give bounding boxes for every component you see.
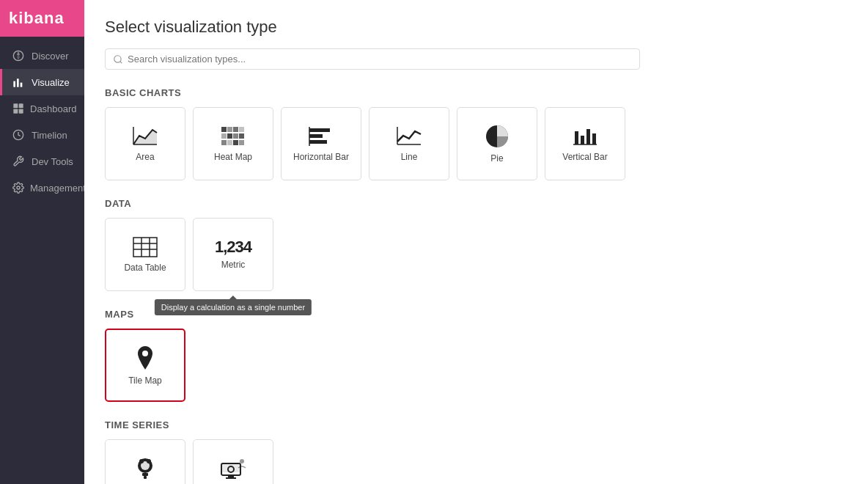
svg-point-12 (114, 55, 121, 62)
sidebar-item-devtools[interactable]: Dev Tools (0, 148, 84, 175)
viz-card-line[interactable]: Line (369, 107, 449, 180)
sidebar-logo: kibana (0, 0, 84, 37)
pie-label: Pie (490, 153, 503, 164)
svg-rect-7 (19, 103, 23, 108)
svg-rect-31 (309, 140, 327, 144)
svg-rect-36 (575, 131, 578, 144)
pie-chart-icon (485, 124, 510, 149)
viz-card-pie[interactable]: Pie (457, 107, 537, 180)
section-data-label: Data (105, 198, 847, 209)
svg-point-51 (139, 459, 144, 463)
svg-rect-4 (17, 78, 19, 87)
area-chart-icon (132, 125, 158, 147)
svg-rect-19 (233, 127, 238, 132)
svg-rect-8 (13, 109, 18, 114)
visual-builder-icon (220, 458, 246, 480)
sidebar: kibana Discover Visualize Dashboard Time… (0, 0, 84, 484)
svg-rect-58 (226, 477, 236, 479)
viz-card-tile-map[interactable]: Tile Map (105, 329, 185, 402)
data-grid: Data Table 1,234 Metric Display a calcul… (105, 218, 847, 291)
svg-rect-6 (13, 103, 18, 108)
area-label: Area (136, 152, 154, 162)
svg-rect-24 (239, 133, 244, 139)
sidebar-item-dashboard[interactable]: Dashboard (0, 95, 84, 122)
wrench-icon (12, 155, 26, 167)
viz-card-area[interactable]: Area (105, 107, 185, 180)
svg-rect-22 (227, 133, 232, 139)
sidebar-visualize-label: Visualize (32, 77, 70, 88)
svg-rect-21 (221, 133, 227, 139)
svg-rect-57 (228, 475, 234, 477)
svg-point-53 (240, 459, 244, 463)
svg-rect-38 (586, 129, 590, 144)
sidebar-management-label: Management (30, 183, 86, 194)
svg-rect-28 (239, 140, 244, 145)
search-icon (113, 54, 123, 65)
sidebar-item-timelion[interactable]: Timelion (0, 122, 84, 148)
search-bar-container (105, 48, 640, 70)
viz-card-vertical-bar[interactable]: Vertical Bar (545, 107, 625, 180)
svg-marker-1 (17, 51, 20, 56)
section-time-series-label: Time Series (105, 419, 847, 430)
svg-rect-39 (592, 133, 596, 144)
svg-rect-23 (233, 133, 238, 139)
section-basic-charts-label: Basic Charts (105, 87, 847, 98)
data-table-label: Data Table (124, 263, 166, 273)
bar-chart-icon (12, 76, 26, 88)
viz-card-data-table[interactable]: Data Table (105, 218, 185, 291)
heat-map-label: Heat Map (214, 152, 252, 162)
line-chart-icon (396, 125, 422, 147)
svg-rect-27 (233, 140, 238, 145)
clock-icon (12, 129, 26, 141)
data-table-icon (132, 236, 158, 258)
metric-icon: 1,234 (215, 239, 251, 255)
horizontal-bar-label: Horizontal Bar (293, 152, 349, 162)
metric-label: Metric (221, 260, 246, 270)
svg-rect-20 (239, 127, 244, 132)
svg-rect-3 (13, 81, 15, 87)
svg-marker-2 (17, 56, 20, 61)
viz-card-visual-builder[interactable]: Visual Builder (193, 439, 273, 484)
viz-card-timelion[interactable]: Timelion (105, 439, 185, 484)
viz-card-heat-map[interactable]: Heat Map (193, 107, 273, 180)
search-input[interactable] (128, 54, 632, 65)
logo-text: kibana (9, 9, 65, 28)
svg-rect-17 (221, 127, 227, 132)
svg-rect-49 (142, 473, 148, 476)
sidebar-devtools-label: Dev Tools (32, 156, 73, 167)
viz-card-metric[interactable]: 1,234 Metric Display a calculation as a … (193, 218, 273, 291)
grid-icon (12, 103, 24, 114)
horizontal-bar-icon (308, 125, 334, 147)
sidebar-item-management[interactable]: Management (0, 175, 84, 201)
sidebar-item-discover[interactable]: Discover (0, 43, 84, 69)
time-series-grid: Timelion Visual Builder (105, 439, 847, 484)
svg-point-46 (142, 351, 148, 356)
svg-rect-26 (227, 140, 232, 145)
page-title: Select visualization type (105, 18, 847, 37)
svg-rect-55 (221, 463, 240, 472)
svg-rect-29 (309, 128, 330, 132)
svg-rect-9 (19, 109, 23, 114)
vertical-bar-icon (572, 125, 598, 147)
svg-rect-30 (309, 134, 323, 138)
svg-line-13 (120, 61, 122, 63)
compass-icon (12, 50, 26, 62)
svg-rect-18 (227, 127, 232, 132)
viz-card-horizontal-bar[interactable]: Horizontal Bar (281, 107, 361, 180)
tile-map-label: Tile Map (128, 375, 162, 386)
timelion-vis-icon (132, 455, 158, 482)
sidebar-dashboard-label: Dashboard (30, 103, 77, 114)
vertical-bar-label: Vertical Bar (562, 152, 607, 162)
svg-point-52 (147, 459, 151, 463)
maps-grid: Tile Map (105, 329, 847, 402)
tile-map-icon (134, 345, 156, 371)
svg-rect-37 (581, 136, 584, 144)
main-content: Select visualization type Basic Charts A… (84, 0, 868, 484)
sidebar-timelion-label: Timelion (32, 130, 67, 141)
sidebar-item-visualize[interactable]: Visualize (0, 69, 84, 95)
sidebar-nav: Discover Visualize Dashboard Timelion De… (0, 37, 84, 201)
svg-marker-14 (133, 130, 157, 144)
svg-rect-5 (21, 83, 23, 87)
svg-rect-41 (133, 238, 157, 257)
gear-icon (12, 182, 24, 194)
